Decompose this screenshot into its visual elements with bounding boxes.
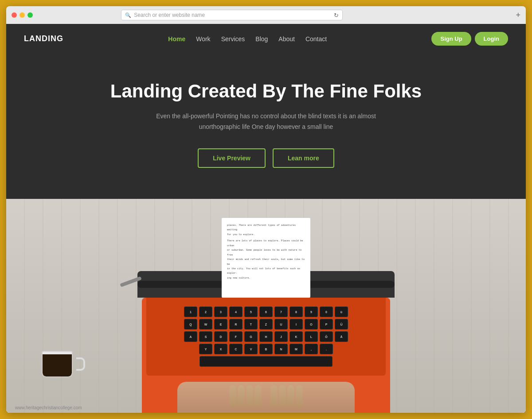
close-button[interactable]	[12, 12, 17, 18]
image-section: places. There are different types of adv…	[6, 199, 526, 413]
refresh-icon[interactable]: ↻	[334, 12, 339, 19]
paper-text: places. There are different types of adv…	[227, 223, 305, 280]
key-a-umlaut[interactable]: Ä	[335, 331, 348, 342]
key-y[interactable]: Y	[199, 344, 212, 354]
key-f[interactable]: F	[229, 331, 243, 342]
key-o[interactable]: O	[305, 319, 318, 330]
footer-url: www.heritagechristiancollege.com	[15, 405, 82, 410]
hands	[177, 382, 355, 413]
cup-handle	[76, 357, 85, 371]
typewriter: places. There are different types of adv…	[137, 271, 395, 413]
key-1[interactable]: 1	[184, 306, 197, 317]
minimize-button[interactable]	[20, 12, 25, 18]
nav-link-contact[interactable]: Contact	[305, 35, 327, 43]
traffic-lights	[12, 12, 33, 18]
cup-body	[42, 351, 73, 377]
right-hand	[270, 385, 303, 407]
key-3[interactable]: 3	[214, 306, 227, 317]
key-o-umlaut[interactable]: Ö	[320, 331, 333, 342]
nav-link-blog[interactable]: Blog	[255, 35, 268, 43]
left-finger-2	[238, 385, 245, 407]
nav-logo: LANDING	[24, 34, 63, 43]
key-q[interactable]: Q	[184, 319, 197, 330]
key-s[interactable]: S	[199, 331, 212, 342]
key-0[interactable]: 0	[320, 306, 333, 317]
key-row-numbers: 1 2 3 4 5 6 7 8 9 0 ü	[153, 306, 379, 317]
key-row-zxcv: Y X C V B N M , .	[153, 344, 379, 354]
cup-liquid	[43, 354, 72, 376]
right-finger-4	[296, 385, 303, 407]
key-4[interactable]: 4	[229, 306, 243, 317]
key-comma[interactable]: ,	[305, 344, 318, 354]
key-u[interactable]: U	[274, 319, 288, 330]
key-x[interactable]: X	[214, 344, 227, 354]
key-w[interactable]: W	[199, 319, 212, 330]
search-icon: 🔍	[125, 12, 131, 18]
key-a[interactable]: A	[184, 331, 197, 342]
typewriter-scene: places. There are different types of adv…	[6, 199, 526, 413]
browser-toolbar: 🔍 Search or enter website name ↻ +	[6, 6, 526, 24]
coffee-cup	[42, 351, 77, 386]
key-d[interactable]: D	[214, 331, 227, 342]
key-i[interactable]: I	[289, 319, 303, 330]
key-n[interactable]: N	[274, 344, 288, 354]
right-finger-1	[270, 385, 278, 407]
left-finger-3	[246, 385, 253, 407]
nav-link-about[interactable]: About	[278, 35, 295, 43]
key-5[interactable]: 5	[244, 306, 258, 317]
hero-title: Landing Created By The Fine Folks	[15, 80, 517, 102]
key-h[interactable]: H	[259, 331, 273, 342]
key-8[interactable]: 8	[289, 306, 303, 317]
key-p[interactable]: P	[320, 319, 333, 330]
key-u-umlaut[interactable]: ü	[335, 306, 348, 317]
maximize-button[interactable]	[27, 12, 33, 18]
key-b[interactable]: B	[259, 344, 273, 354]
browser-window: 🔍 Search or enter website name ↻ + LANDI…	[6, 6, 526, 413]
navbar: LANDING Home Work Services Blog About Co…	[6, 24, 526, 54]
hero-content: Landing Created By The Fine Folks Even t…	[6, 54, 526, 199]
nav-links: Home Work Services Blog About Contact	[168, 35, 327, 43]
login-button[interactable]: Login	[475, 32, 508, 46]
key-j[interactable]: J	[274, 331, 288, 342]
signup-button[interactable]: Sign Up	[431, 32, 471, 46]
key-l[interactable]: L	[305, 331, 318, 342]
left-finger-4	[254, 385, 262, 407]
key-row-qwerty: Q W E R T Z U I O P Ü	[153, 319, 379, 330]
nav-link-work[interactable]: Work	[196, 35, 210, 43]
typewriter-top-bar: places. There are different types of adv…	[137, 271, 395, 298]
live-preview-button[interactable]: Live Preview	[198, 148, 266, 168]
address-text: Search or enter website name	[134, 12, 205, 18]
key-row-asdf: A S D F G H J K L Ö Ä	[153, 331, 379, 342]
key-c[interactable]: C	[229, 344, 243, 354]
nav-link-home[interactable]: Home	[168, 35, 185, 43]
keyboard-area: 1 2 3 4 5 6 7 8 9 0 ü	[146, 298, 386, 376]
key-z[interactable]: Z	[259, 319, 273, 330]
key-space[interactable]	[200, 356, 332, 367]
key-m[interactable]: M	[289, 344, 303, 354]
key-row-space	[153, 356, 379, 367]
right-finger-3	[287, 385, 294, 407]
key-2[interactable]: 2	[199, 306, 212, 317]
key-e[interactable]: E	[214, 319, 227, 330]
hero-buttons: Live Preview Lean more	[15, 148, 517, 168]
right-finger-2	[279, 385, 286, 407]
key-period[interactable]: .	[320, 344, 333, 354]
key-7[interactable]: 7	[274, 306, 288, 317]
nav-link-services[interactable]: Services	[221, 35, 245, 43]
lean-more-button[interactable]: Lean more	[273, 148, 334, 168]
key-v[interactable]: V	[244, 344, 258, 354]
address-bar[interactable]: 🔍 Search or enter website name ↻	[121, 10, 343, 20]
left-finger-1	[229, 385, 236, 407]
left-hand	[229, 385, 262, 407]
paper: places. There are different types of adv…	[222, 218, 310, 298]
key-t[interactable]: T	[244, 319, 258, 330]
new-tab-button[interactable]: +	[516, 11, 520, 20]
hero-subtitle: Even the all-powerful Pointing has no co…	[151, 111, 381, 132]
key-r[interactable]: R	[229, 319, 243, 330]
key-9[interactable]: 9	[305, 306, 318, 317]
key-k[interactable]: K	[289, 331, 303, 342]
key-6[interactable]: 6	[259, 306, 273, 317]
key-g[interactable]: G	[244, 331, 258, 342]
website-content: LANDING Home Work Services Blog About Co…	[6, 24, 526, 413]
key-p-umlaut[interactable]: Ü	[335, 319, 348, 330]
